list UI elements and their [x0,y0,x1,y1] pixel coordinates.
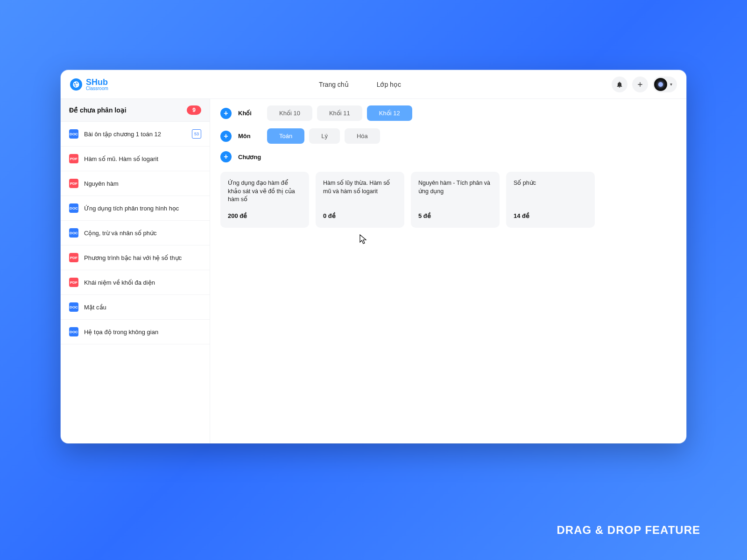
logo[interactable]: SHub Classroom [70,78,108,91]
item-count-badge: 53 [192,129,201,139]
doc-file-icon: DOC [69,302,78,312]
sidebar-item[interactable]: PDFPhương trình bậc hai với hệ số thực [61,245,210,270]
sidebar-uncategorized-label: Đề chưa phân loại [69,106,127,114]
filter-chapter-row: + Chương [220,151,676,162]
chapter-card-count: 0 đề [323,212,397,219]
pdf-file-icon: PDF [69,179,78,188]
header-actions: ▾ [612,77,677,92]
chapter-card-count: 200 đề [228,212,302,219]
grade-chip[interactable]: Khối 11 [317,105,362,121]
add-chapter-button[interactable]: + [220,151,232,162]
sidebar-item[interactable]: DOCBài ôn tập chương 1 toán 1253 [61,122,210,147]
sidebar-item[interactable]: DOCỨng dụng tích phân trong hình học [61,196,210,221]
chapter-card-title: Hàm số lũy thừa. Hàm số mũ và hàm số log… [323,179,397,196]
doc-file-icon: DOC [69,129,78,139]
notifications-button[interactable] [612,77,627,92]
sidebar-item-label: Hàm số mũ. Hàm số logarit [84,155,158,162]
bell-icon [616,81,623,88]
sidebar-item-label: Khái niệm về khối đa diện [84,279,155,286]
chapter-card[interactable]: Số phức14 đề [506,172,595,228]
sidebar-item-label: Ứng dụng tích phân trong hình học [84,205,179,212]
sidebar: Đề chưa phân loại 9 DOCBài ôn tập chương… [61,99,210,443]
subject-chip[interactable]: Toán [267,128,304,144]
sidebar-item-label: Mặt cầu [84,304,106,311]
doc-file-icon: DOC [69,327,78,336]
sidebar-item-label: Phương trình bậc hai với hệ số thực [84,254,182,261]
grade-chip[interactable]: Khối 12 [367,105,412,121]
sidebar-item[interactable]: DOCCộng, trừ và nhân số phức [61,221,210,245]
add-grade-button[interactable]: + [220,108,232,119]
brand-name: SHub [86,78,108,86]
chapter-card-count: 14 đề [514,212,587,219]
cursor-icon [359,234,367,245]
caret-down-icon: ▾ [670,82,672,87]
sidebar-item[interactable]: PDFHàm số mũ. Hàm số logarit [61,147,210,171]
subject-chip[interactable]: Lý [309,128,340,144]
sidebar-item-label: Bài ôn tập chương 1 toán 12 [84,131,161,138]
sidebar-item-label: Hệ tọa độ trong không gian [84,329,158,336]
chapter-card[interactable]: Hàm số lũy thừa. Hàm số mũ và hàm số log… [316,172,404,228]
nav-home[interactable]: Trang chủ [319,81,349,88]
chapter-card[interactable]: Ứng dụng đạo hàm để khảo sát và vẽ đồ th… [220,172,309,228]
main: + Khối Khối 10Khối 11Khối 12 + Môn ToánL… [210,99,686,443]
sidebar-item-label: Cộng, trừ và nhân số phức [84,230,157,237]
pdf-file-icon: PDF [69,253,78,262]
grade-chip[interactable]: Khối 10 [267,105,312,121]
chapter-card-title: Ứng dụng đạo hàm để khảo sát và vẽ đồ th… [228,179,302,204]
logo-icon [70,78,82,91]
app-window: SHub Classroom Trang chủ Lớp học ▾ Đề ch… [61,70,686,443]
footer-caption: DRAG & DROP FEATURE [557,524,700,537]
filter-subject-row: + Môn ToánLýHóa [220,128,676,144]
sidebar-item[interactable]: PDFKhái niệm về khối đa diện [61,270,210,295]
chapter-card-title: Nguyên hàm - Tích phân và ứng dụng [418,179,492,196]
sidebar-item[interactable]: DOCMặt cầu [61,295,210,320]
chapter-card-title: Số phức [514,179,587,188]
sidebar-uncategorized-badge: 9 [187,105,201,115]
subject-chip[interactable]: Hóa [345,128,380,144]
filter-subject-label: Môn [238,133,261,140]
user-menu[interactable]: ▾ [653,77,677,92]
add-subject-button[interactable]: + [220,131,232,142]
chapter-card-count: 5 đề [418,212,492,219]
doc-file-icon: DOC [69,203,78,213]
add-button[interactable] [632,77,648,92]
nav-class[interactable]: Lớp học [377,81,401,88]
avatar [654,78,667,91]
pdf-file-icon: PDF [69,278,78,287]
pdf-file-icon: PDF [69,154,78,163]
brand-subtitle: Classroom [86,86,108,91]
sidebar-item[interactable]: PDFNguyên hàm [61,171,210,196]
sidebar-item[interactable]: DOCHệ tọa độ trong không gian [61,320,210,344]
chapter-card[interactable]: Nguyên hàm - Tích phân và ứng dụng5 đề [411,172,500,228]
header: SHub Classroom Trang chủ Lớp học ▾ [61,70,686,99]
body: Đề chưa phân loại 9 DOCBài ôn tập chương… [61,99,686,443]
plus-icon [636,81,644,88]
doc-file-icon: DOC [69,228,78,238]
chapter-cards: Ứng dụng đạo hàm để khảo sát và vẽ đồ th… [220,172,676,228]
sidebar-uncategorized[interactable]: Đề chưa phân loại 9 [61,99,210,122]
sidebar-item-label: Nguyên hàm [84,180,119,187]
sidebar-list: DOCBài ôn tập chương 1 toán 1253PDFHàm s… [61,122,210,344]
filter-chapter-label: Chương [238,154,261,161]
nav: Trang chủ Lớp học [108,81,612,88]
filter-grade-label: Khối [238,110,261,117]
filter-grade-row: + Khối Khối 10Khối 11Khối 12 [220,105,676,121]
